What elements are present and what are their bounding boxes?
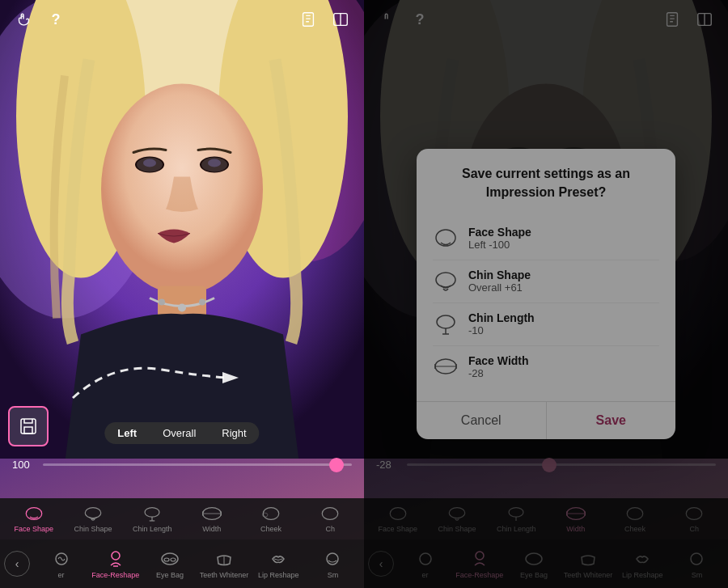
svg-point-16	[199, 299, 205, 306]
svg-marker-19	[222, 372, 239, 383]
tool-cheek[interactable]: Cheek	[241, 505, 300, 533]
dialog-item-chin-length: Chin Length -10	[433, 303, 659, 346]
svg-point-68	[437, 315, 455, 328]
svg-rect-17	[303, 13, 314, 27]
slider-track[interactable]	[43, 463, 352, 466]
tool-face-shape[interactable]: Face Shape	[4, 505, 63, 533]
chin-length-item-title: Chin Length	[468, 311, 535, 324]
dialog-item-face-shape: Face Shape Left -100	[433, 218, 659, 260]
face-shape-item-value: Left -100	[468, 239, 531, 251]
dialog-items: Face Shape Left -100 Chin Shape Overall …	[417, 211, 675, 401]
tool-chin-length[interactable]: Chin Length	[123, 505, 182, 533]
save-preset-dialog: Save current settings as an Impression P…	[417, 149, 675, 439]
left-back-button[interactable]: ‹	[4, 551, 30, 577]
svg-point-14	[159, 299, 165, 306]
chin-length-dialog-icon	[433, 311, 459, 337]
svg-point-34	[112, 552, 120, 560]
left-slider-area: 100	[0, 459, 364, 471]
svg-point-12	[201, 158, 227, 172]
svg-point-30	[263, 508, 279, 520]
slider-value-label: 100	[12, 459, 36, 471]
face-width-item-value: -28	[468, 367, 529, 379]
svg-point-39	[327, 553, 338, 565]
file-icon[interactable]	[297, 8, 320, 31]
lr-toggle: Left Overall Right	[104, 422, 259, 444]
left-btn[interactable]: Left	[104, 422, 150, 444]
right-btn[interactable]: Right	[209, 422, 259, 444]
nav-lip-reshape[interactable]: Lip Reshape	[252, 549, 306, 579]
nav-teeth-whitener[interactable]: Teeth Whitener	[197, 549, 252, 579]
nav-eye-bag[interactable]: Eye Bag	[142, 549, 197, 579]
chin-shape-item-value: Overall +61	[468, 281, 531, 294]
nav-smo[interactable]: Sm	[306, 549, 360, 579]
hand-tool-icon[interactable]	[12, 8, 35, 31]
left-tool-row: Face Shape Chin Shape Chin Length Width …	[0, 498, 364, 539]
tool-ch[interactable]: Ch	[301, 505, 360, 533]
chin-shape-item-title: Chin Shape	[468, 269, 531, 281]
chin-shape-dialog-icon	[433, 269, 459, 294]
help-icon[interactable]: ?	[44, 8, 67, 31]
svg-point-36	[164, 558, 169, 561]
tool-chin-shape[interactable]: Chin Shape	[63, 505, 122, 533]
left-nav-row: ‹ er Face-Reshape Eye Bag	[0, 539, 364, 588]
svg-point-37	[171, 558, 176, 561]
face-shape-dialog-icon	[433, 226, 459, 252]
save-button[interactable]: Save	[547, 402, 676, 439]
split-view-icon[interactable]	[329, 8, 352, 31]
dialog-item-face-width: Face Width -28	[433, 346, 659, 388]
svg-point-11	[137, 158, 163, 172]
svg-point-32	[323, 508, 339, 520]
nav-filter[interactable]: er	[34, 549, 88, 579]
dialog-item-chin-shape: Chin Shape Overall +61	[433, 260, 659, 303]
left-toolbar: ?	[0, 0, 364, 39]
svg-point-15	[178, 304, 186, 312]
overall-btn[interactable]: Overall	[150, 422, 209, 444]
tool-width[interactable]: Width	[182, 505, 241, 533]
svg-point-23	[145, 508, 159, 517]
svg-point-22	[85, 508, 101, 518]
save-preset-button[interactable]	[8, 406, 49, 446]
face-shape-item-title: Face Shape	[468, 226, 531, 239]
left-panel: ? Left Overall Right 100	[0, 0, 364, 588]
svg-point-67	[436, 273, 455, 287]
dialog-overlay: Save current settings as an Impression P…	[364, 0, 728, 588]
chin-length-item-value: -10	[468, 324, 535, 336]
face-width-item-title: Face Width	[468, 354, 529, 367]
dialog-actions: Cancel Save	[417, 401, 675, 439]
dialog-title: Save current settings as an Impression P…	[417, 149, 675, 211]
right-panel: ? -28 Face Shape Chin Shape	[364, 0, 728, 588]
svg-rect-20	[21, 419, 36, 434]
cancel-button[interactable]: Cancel	[417, 402, 547, 439]
svg-point-66	[436, 230, 455, 246]
dashed-arrow	[65, 345, 251, 410]
nav-face-reshape[interactable]: Face-Reshape	[88, 549, 142, 579]
face-width-dialog-icon	[433, 354, 459, 380]
